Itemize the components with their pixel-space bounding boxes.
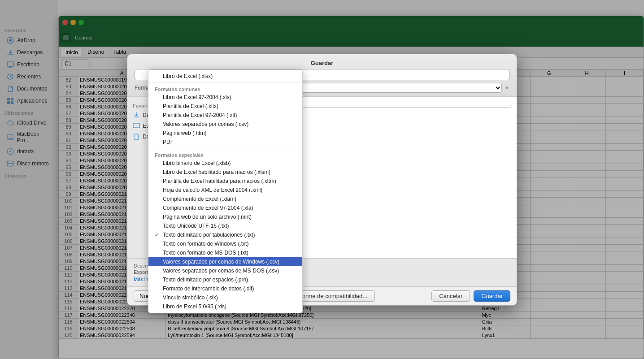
dialog-downloads-icon [133,112,140,119]
menu-separator-1 [148,82,302,82]
menu-item-xls50[interactable]: Libro de Excel 5.0/95 (.xls) [148,302,302,311]
menu-item-xltm[interactable]: Plantilla de Excel habilitada para macro… [148,177,302,186]
menu-item-dif[interactable]: Formato de intercambio de datos (.dif) [148,284,302,293]
menu-item-xla[interactable]: Complemento de Excel 97-2004 (.xla) [148,203,302,212]
search-box[interactable] [276,105,512,108]
menu-separator-2 [148,148,302,148]
menu-item-csv-win[interactable]: Valores separados por comas de Windows (… [148,257,302,266]
menu-item-xlsx[interactable]: Libro de Excel (.xlsx) [148,72,302,81]
menu-item-xlsm[interactable]: Libro de Excel habilitado para macros (.… [148,168,302,177]
menu-item-csv[interactable]: Valores separados por comas (.csv) [148,120,302,129]
menu-item-slk[interactable]: Vínculo simbólico (.slk) [148,293,302,302]
svg-rect-13 [133,123,139,128]
menu-item-xltx[interactable]: Plantilla de Excel (.xltx) [148,102,302,111]
menu-item-txt-msdos[interactable]: Texto con formato de MS-DOS (.txt) [148,248,302,257]
menu-item-txt-win[interactable]: Texto con formato de Windows (.txt) [148,239,302,248]
menu-item-xlam[interactable]: Complemento de Excel (.xlam) [148,195,302,203]
menu-item-tab-txt[interactable]: ✓Texto delimitado por tabulaciones (.txt… [148,230,302,239]
menu-item-htm[interactable]: Página web (.htm) [148,129,302,138]
cancel-button[interactable]: Cancelar [431,290,470,302]
dialog-desktop-icon [133,122,140,130]
dialog-documents-icon [133,133,140,140]
menu-item-csv-msdos[interactable]: Valores separados por comas de MS-DOS (.… [148,266,302,275]
menu-section-comunes: Formatos comunes [148,84,302,93]
dialog-title: Guardar [135,60,509,66]
menu-item-mht[interactable]: Página web de un solo archivo (.mht) [148,212,302,221]
menu-section-especiales: Formatos especiales [148,150,302,159]
format-dropdown-arrow[interactable]: ▼ [505,85,509,91]
menu-item-xls97[interactable]: Libro de Excel 97-2004 (.xls) [148,93,302,102]
menu-item-xlsb[interactable]: Libro binario de Excel (.xlsb) [148,159,302,168]
checkmark-tab: ✓ [155,232,161,238]
menu-item-xml[interactable]: Hoja de cálculo XML de Excel 2004 (.xml) [148,186,302,195]
menu-item-xlsx-label: Libro de Excel (.xlsx) [163,73,213,79]
format-dropdown-menu: Libro de Excel (.xlsx) Formatos comunes … [148,69,303,313]
menu-item-xlt[interactable]: Plantilla de Excel 97-2004 (.xlt) [148,111,302,120]
menu-item-utf16[interactable]: Texto Unicode UTF-16 (.txt) [148,221,302,230]
save-button[interactable]: Guardar [474,290,510,302]
menu-item-pdf[interactable]: PDF [148,138,302,147]
menu-item-prn[interactable]: Texto delimitado por espacios (.prn) [148,275,302,284]
dialog-footer-right: Cancelar Guardar [431,290,510,302]
